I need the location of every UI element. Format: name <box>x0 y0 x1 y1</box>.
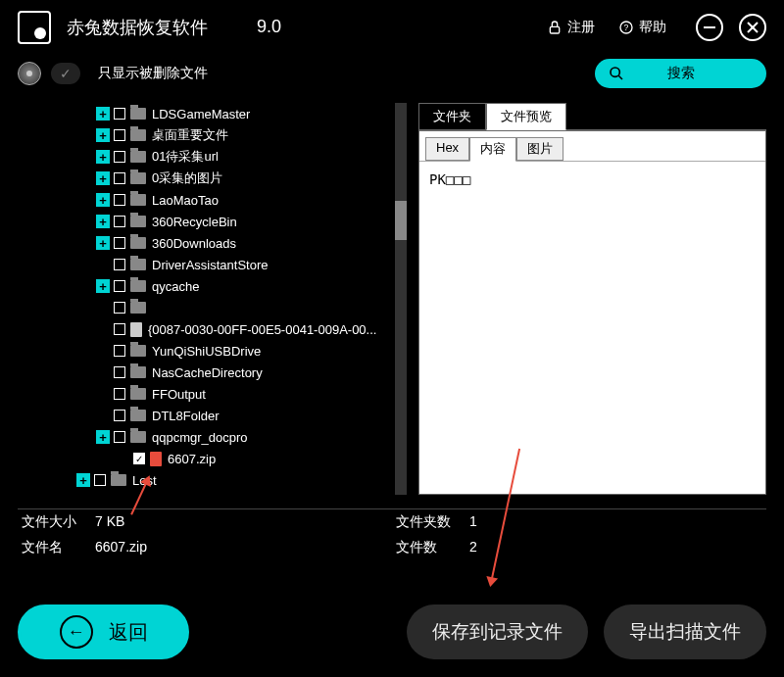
expand-icon[interactable]: + <box>96 279 110 293</box>
subtab-image[interactable]: 图片 <box>516 137 564 161</box>
preview-subtabs: Hex 内容 图片 <box>419 131 765 162</box>
tree-item-label: {0087-0030-00FF-00E5-0041-009A-00... <box>148 322 376 337</box>
folder-icon <box>130 237 146 249</box>
tree-item[interactable]: DriverAssistantStore <box>18 254 407 275</box>
tree-item[interactable]: +Lost <box>18 469 407 491</box>
help-icon: ? <box>618 20 634 35</box>
checkbox[interactable] <box>114 194 125 206</box>
filename-label: 文件名 <box>22 539 95 556</box>
checkbox[interactable] <box>114 151 125 163</box>
toggle-button[interactable]: ✓ <box>51 63 80 84</box>
expand-icon[interactable]: + <box>96 215 110 228</box>
folder-icon <box>130 302 146 314</box>
checkbox[interactable] <box>114 216 125 227</box>
save-record-button[interactable]: 保存到记录文件 <box>407 604 588 659</box>
titlebar: 赤兔数据恢复软件 9.0 注册 ? 帮助 <box>0 0 784 54</box>
expand-icon[interactable]: + <box>96 171 110 185</box>
tree-item[interactable]: NasCacheDirectory <box>18 362 407 383</box>
export-scan-button[interactable]: 导出扫描文件 <box>604 604 766 659</box>
foldercount-value: 1 <box>469 513 477 531</box>
folder-icon <box>130 366 146 378</box>
minimize-button[interactable] <box>696 14 723 41</box>
back-label: 返回 <box>109 619 148 646</box>
checkbox[interactable] <box>114 259 125 270</box>
checkbox[interactable] <box>114 108 125 120</box>
search-label: 搜索 <box>667 65 695 82</box>
disk-icon <box>18 62 41 85</box>
help-button[interactable]: ? 帮助 <box>618 19 666 36</box>
tree-scrollbar[interactable] <box>395 103 407 495</box>
tree-item[interactable]: +01待采集url <box>18 146 407 168</box>
subtab-content[interactable]: 内容 <box>469 137 516 162</box>
tree-item-label: 01待采集url <box>152 148 219 166</box>
expand-icon[interactable]: + <box>96 128 110 142</box>
expand-icon[interactable]: + <box>96 107 110 121</box>
tree-item[interactable]: +qqpcmgr_docpro <box>18 426 407 448</box>
checkbox[interactable] <box>114 237 125 249</box>
tree-item[interactable]: {0087-0030-00FF-00E5-0041-009A-00... <box>18 318 407 340</box>
expand-icon[interactable]: + <box>96 430 110 444</box>
tree-item[interactable]: ✓6607.zip <box>18 448 407 469</box>
checkbox[interactable] <box>114 129 125 141</box>
expand-icon[interactable]: + <box>76 473 90 487</box>
filesize-value: 7 KB <box>95 513 124 531</box>
tree-item[interactable]: YunQiShiUSBDrive <box>18 340 407 362</box>
tree-item[interactable]: +LDSGameMaster <box>18 103 407 124</box>
tree-item[interactable]: +qycache <box>18 275 407 297</box>
checkbox[interactable] <box>114 172 125 184</box>
checkbox[interactable] <box>114 388 125 400</box>
checkbox[interactable] <box>114 302 125 314</box>
tree-item[interactable]: +桌面重要文件 <box>18 124 407 146</box>
folder-icon <box>130 259 146 270</box>
checkbox[interactable] <box>114 345 125 357</box>
tree-item[interactable]: DTL8Folder <box>18 405 407 426</box>
checkbox[interactable] <box>114 280 125 292</box>
checkbox[interactable] <box>94 474 106 486</box>
back-button[interactable]: ← 返回 <box>18 604 189 659</box>
checkbox[interactable]: ✓ <box>133 453 145 464</box>
tree-item-label: NasCacheDirectory <box>152 365 263 380</box>
minus-icon <box>704 26 715 28</box>
filename-value: 6607.zip <box>95 539 147 556</box>
close-button[interactable] <box>739 14 766 41</box>
checkbox[interactable] <box>114 431 125 443</box>
tree-item[interactable]: +360Downloads <box>18 232 407 254</box>
checkbox[interactable] <box>114 410 125 421</box>
folder-icon <box>130 345 146 357</box>
folder-icon <box>130 216 146 227</box>
checkbox[interactable] <box>114 366 125 378</box>
folder-icon <box>130 194 146 206</box>
tree-item[interactable]: FFOutput <box>18 383 407 405</box>
tree-item-label: DTL8Folder <box>152 409 220 423</box>
tree-item[interactable]: +360RecycleBin <box>18 211 407 232</box>
app-version: 9.0 <box>257 17 281 37</box>
folder-icon <box>130 172 146 184</box>
filesize-label: 文件大小 <box>22 513 95 531</box>
preview-panel: Hex 内容 图片 PK□□□ <box>418 130 766 495</box>
expand-icon[interactable]: + <box>96 150 110 164</box>
back-arrow-icon: ← <box>60 615 93 649</box>
tab-folder[interactable]: 文件夹 <box>418 103 486 130</box>
tree-item-label: 0采集的图片 <box>152 169 222 187</box>
expand-icon[interactable]: + <box>96 193 110 207</box>
tree-item[interactable]: +0采集的图片 <box>18 168 407 189</box>
tree-item[interactable]: +LaoMaoTao <box>18 189 407 211</box>
search-button[interactable]: 搜索 <box>595 59 766 88</box>
svg-line-7 <box>618 75 622 79</box>
register-button[interactable]: 注册 <box>547 19 595 36</box>
tree-item[interactable] <box>18 297 407 318</box>
checkbox[interactable] <box>114 323 125 335</box>
tree-item-label: 360RecycleBin <box>152 215 237 229</box>
scrollbar-thumb[interactable] <box>395 201 407 240</box>
toolbar: ✓ 只显示被删除文件 搜索 <box>0 54 784 93</box>
tab-preview[interactable]: 文件预览 <box>486 103 566 130</box>
tree-item-label: 6607.zip <box>168 452 216 466</box>
expand-icon[interactable]: + <box>96 236 110 250</box>
tree-item-label: LaoMaoTao <box>152 193 219 208</box>
tree-item-label: 360Downloads <box>152 236 236 251</box>
tree-item-label: YunQiShiUSBDrive <box>152 344 261 359</box>
subtab-hex[interactable]: Hex <box>425 137 469 161</box>
filecount-label: 文件数 <box>396 539 469 556</box>
svg-point-6 <box>611 68 619 76</box>
folder-icon <box>130 280 146 292</box>
